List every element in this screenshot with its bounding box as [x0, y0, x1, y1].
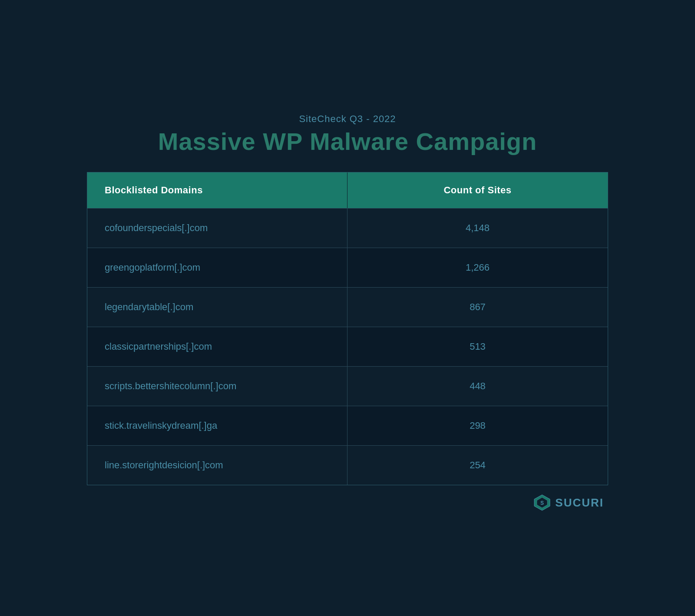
table-row: stick.travelinskydream[.]ga 298	[87, 406, 608, 445]
domain-cell: legendarytable[.]com	[87, 288, 348, 327]
sucuri-logo: S SUCURI	[533, 494, 604, 511]
sucuri-icon: S	[533, 494, 551, 511]
count-cell: 867	[348, 288, 608, 327]
page-container: SiteCheck Q3 - 2022 Massive WP Malware C…	[87, 100, 608, 516]
count-cell: 298	[348, 406, 608, 445]
table-row: line.storerightdesicion[.]com 254	[87, 445, 608, 485]
count-cell: 1,266	[348, 248, 608, 287]
table-row: scripts.bettershitecolumn[.]com 448	[87, 366, 608, 406]
count-cell: 448	[348, 367, 608, 406]
table-row: greengoplatform[.]com 1,266	[87, 248, 608, 287]
domain-cell: greengoplatform[.]com	[87, 248, 348, 287]
data-table: Blocklisted Domains Count of Sites cofou…	[87, 172, 608, 485]
domain-cell: line.storerightdesicion[.]com	[87, 446, 348, 485]
footer-section: S SUCURI	[87, 485, 608, 516]
header-section: SiteCheck Q3 - 2022 Massive WP Malware C…	[87, 100, 608, 164]
table-header: Blocklisted Domains Count of Sites	[87, 172, 608, 208]
column-header-domains: Blocklisted Domains	[87, 172, 348, 208]
count-cell: 254	[348, 446, 608, 485]
domain-cell: stick.travelinskydream[.]ga	[87, 406, 348, 445]
subtitle: SiteCheck Q3 - 2022	[87, 113, 608, 125]
sucuri-brand-text: SUCURI	[555, 496, 604, 510]
column-header-count: Count of Sites	[348, 172, 608, 208]
domain-cell: cofounderspecials[.]com	[87, 209, 348, 248]
domain-cell: scripts.bettershitecolumn[.]com	[87, 367, 348, 406]
count-cell: 4,148	[348, 209, 608, 248]
table-row: legendarytable[.]com 867	[87, 287, 608, 327]
main-title: Massive WP Malware Campaign	[87, 128, 608, 155]
svg-text:S: S	[540, 500, 544, 506]
table-row: classicpartnerships[.]com 513	[87, 327, 608, 366]
count-cell: 513	[348, 327, 608, 366]
table-row: cofounderspecials[.]com 4,148	[87, 208, 608, 248]
domain-cell: classicpartnerships[.]com	[87, 327, 348, 366]
